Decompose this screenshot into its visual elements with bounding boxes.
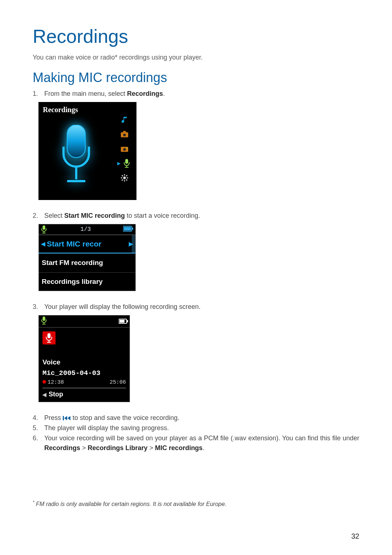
camera-icon (120, 130, 129, 139)
battery-icon (123, 226, 133, 233)
mic-small-icon (122, 159, 131, 168)
svg-line-17 (122, 175, 123, 176)
intro-text: You can make voice or radio* recordings … (33, 54, 359, 61)
page-number: 32 (351, 532, 359, 540)
step-number: 1. (33, 89, 44, 98)
svg-line-20 (126, 175, 127, 176)
elapsed-time: 12:38 (42, 379, 64, 385)
step-text: Press to stop and save the voice recordi… (44, 413, 359, 423)
selection-arrow-icon: ▶ (117, 161, 121, 166)
svg-rect-26 (132, 228, 133, 230)
step-number: 3. (33, 302, 44, 311)
left-arrow-icon: ◀ (42, 392, 46, 397)
page-counter: 1/3 (48, 226, 123, 233)
svg-line-19 (122, 180, 123, 181)
page-title: Recordings (33, 25, 359, 47)
svg-rect-36 (63, 416, 64, 420)
step-number: 4. (33, 413, 44, 423)
svg-rect-27 (42, 317, 45, 321)
mic-large-icon (51, 119, 102, 192)
svg-point-8 (126, 147, 127, 148)
step-text: Your player will display the following r… (44, 302, 359, 311)
svg-point-12 (123, 176, 126, 179)
footnote: * FM radio is only available for certain… (33, 500, 359, 507)
battery-icon (119, 319, 128, 324)
settings-icon (120, 173, 129, 183)
section-heading: Making MIC recordings (33, 70, 359, 85)
svg-rect-9 (125, 159, 128, 164)
svg-point-7 (123, 148, 126, 151)
step-text: Your voice recording will be saved on yo… (44, 433, 359, 452)
music-icon (120, 115, 129, 125)
left-arrow-icon: ◀ (41, 241, 45, 247)
svg-rect-21 (42, 225, 45, 230)
mic-status-icon (40, 225, 48, 233)
svg-rect-25 (124, 227, 131, 230)
mic-status-icon (40, 317, 48, 326)
rewind-icon (63, 415, 71, 421)
menu-start-fm-recording[interactable]: Start FM recording (39, 253, 135, 272)
stop-button[interactable]: ◀ Stop (39, 388, 130, 402)
step-number: 2. (33, 211, 44, 220)
recording-filename: Mic_2005-04-03 (42, 369, 130, 377)
svg-rect-0 (67, 125, 85, 158)
svg-marker-38 (68, 416, 70, 420)
device-main-menu: Recordings (38, 102, 136, 200)
svg-rect-5 (123, 131, 126, 133)
remaining-time: 25:06 (110, 379, 126, 385)
camera-alt-icon (120, 144, 129, 154)
step-number: 5. (33, 423, 44, 433)
device-recordings-menu: 1/3 ◀ Start MIC recor ▶ Start FM recordi… (38, 224, 136, 291)
step-text: Select Start MIC recording to start a vo… (44, 211, 359, 220)
step-text: The player will display the saving progr… (44, 423, 359, 433)
device-recording-screen: Voice Mic_2005-04-03 12:38 25:06 ◀ Stop (38, 315, 130, 402)
svg-line-18 (126, 180, 127, 181)
right-arrow-icon: ▶ (129, 241, 133, 247)
svg-rect-32 (127, 320, 128, 322)
record-dot-icon (42, 380, 46, 384)
svg-rect-33 (48, 333, 51, 338)
menu-recordings-library[interactable]: Recordings library (39, 272, 135, 291)
recording-indicator-icon (42, 331, 56, 344)
device-header: Recordings (43, 106, 132, 114)
step-number: 6. (33, 433, 44, 452)
svg-rect-31 (119, 320, 124, 323)
svg-point-4 (123, 134, 126, 136)
svg-marker-37 (64, 416, 67, 420)
recording-type-label: Voice (42, 358, 130, 366)
step-text: From the main menu, select Recordings. (44, 89, 359, 98)
device-side-icons: ▶ (117, 115, 131, 183)
menu-start-mic-recording[interactable]: ◀ Start MIC recor ▶ (39, 235, 135, 253)
